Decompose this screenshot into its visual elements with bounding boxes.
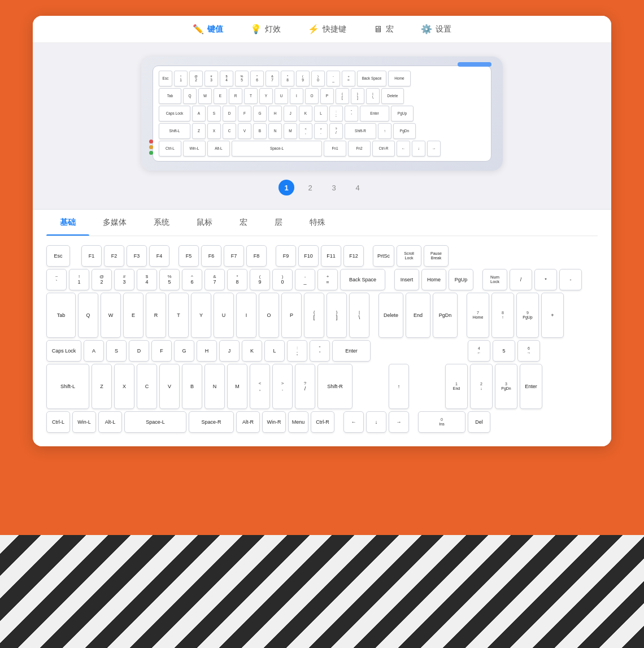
key-delete[interactable]: Delete: [378, 293, 403, 338]
key-menu[interactable]: Menu: [288, 411, 308, 433]
page-3[interactable]: 3: [326, 180, 342, 195]
key-apostrophe[interactable]: "': [310, 340, 330, 362]
key-right[interactable]: →: [389, 411, 409, 433]
key-up[interactable]: ↑: [389, 364, 409, 409]
mini-key-q[interactable]: Q: [183, 88, 197, 104]
key-shiftl[interactable]: Shift-L: [46, 364, 89, 409]
mini-key-shiftl[interactable]: Shift-L: [159, 123, 190, 139]
mini-key-ctrll[interactable]: Ctrl-L: [159, 141, 181, 156]
mini-key-y[interactable]: Y: [259, 88, 273, 104]
mini-key-9[interactable]: (9: [296, 71, 310, 86]
key-left[interactable]: ←: [343, 411, 364, 433]
key-shiftr[interactable]: Shift-R: [317, 364, 353, 409]
mini-key-f[interactable]: F: [238, 106, 251, 121]
mini-key-l[interactable]: L: [314, 106, 328, 121]
key-f[interactable]: F: [151, 340, 172, 362]
key-g[interactable]: G: [174, 340, 194, 362]
key-comma[interactable]: <,: [250, 364, 270, 409]
key-o[interactable]: O: [259, 293, 279, 338]
key-f2[interactable]: F2: [104, 245, 124, 267]
mini-key-lbracket[interactable]: {[: [336, 88, 349, 104]
mini-key-3[interactable]: #3: [204, 71, 218, 86]
mini-key-m[interactable]: M: [284, 123, 297, 139]
key-5[interactable]: %5: [159, 269, 180, 290]
key-d[interactable]: D: [129, 340, 149, 362]
key-pgup[interactable]: PgUp: [449, 269, 473, 290]
mini-key-z[interactable]: Z: [192, 123, 206, 139]
key-numdot[interactable]: Del: [468, 411, 490, 433]
mini-key-5[interactable]: %5: [235, 71, 249, 86]
mini-key-up[interactable]: ↑: [378, 123, 391, 139]
key-num1[interactable]: 1End: [445, 364, 468, 409]
key-fwdslash[interactable]: ?/: [295, 364, 315, 409]
key-num8[interactable]: 8↑: [491, 293, 514, 338]
mini-key-4[interactable]: $4: [220, 71, 233, 86]
mini-key-o[interactable]: O: [305, 88, 319, 104]
mini-key-s[interactable]: S: [207, 106, 221, 121]
mini-key-delete[interactable]: Delete: [381, 88, 404, 104]
key-backspace[interactable]: Back Space: [340, 269, 385, 290]
key-numadd[interactable]: +: [541, 293, 564, 338]
mini-key-winl[interactable]: Win-L: [183, 141, 206, 156]
key-numsub[interactable]: -: [559, 269, 582, 290]
mini-key-n[interactable]: N: [268, 123, 282, 139]
key-num9[interactable]: 9PgUp: [516, 293, 539, 338]
key-r[interactable]: R: [146, 293, 166, 338]
mini-key-semicolon[interactable]: :;: [329, 106, 343, 121]
key-backtick[interactable]: ~`: [46, 269, 67, 290]
mini-key-v[interactable]: V: [238, 123, 251, 139]
key-f1[interactable]: F1: [81, 245, 102, 267]
key-t[interactable]: T: [168, 293, 189, 338]
mini-key-k[interactable]: K: [299, 106, 312, 121]
key-n[interactable]: N: [204, 364, 225, 409]
key-period[interactable]: >.: [272, 364, 293, 409]
cat-tab-mouse[interactable]: 鼠标: [183, 210, 226, 236]
page-1[interactable]: 1: [279, 180, 294, 195]
mini-key-shiftr[interactable]: Shift-R: [345, 123, 376, 139]
key-scrolllock[interactable]: ScrollLock: [397, 245, 421, 267]
mini-key-altl[interactable]: Alt-L: [207, 141, 230, 156]
mini-key-x[interactable]: X: [207, 123, 221, 139]
mini-key-minus[interactable]: -_: [327, 71, 340, 86]
key-end[interactable]: End: [406, 293, 430, 338]
key-num7[interactable]: 7Home: [467, 293, 489, 338]
key-num0[interactable]: 0Ins: [418, 411, 465, 433]
key-b[interactable]: B: [182, 364, 202, 409]
key-pausebreak[interactable]: PauseBreak: [424, 245, 449, 267]
key-f8[interactable]: F8: [246, 245, 267, 267]
key-pgdn[interactable]: PgDn: [433, 293, 458, 338]
mini-key-b[interactable]: B: [253, 123, 267, 139]
mini-key-down[interactable]: ↓: [412, 141, 425, 156]
mini-key-8[interactable]: *8: [281, 71, 294, 86]
key-winr[interactable]: Win-R: [262, 411, 286, 433]
mini-key-home[interactable]: Home: [388, 71, 411, 86]
key-lbracket[interactable]: {[: [304, 293, 324, 338]
key-altl[interactable]: Alt-L: [98, 411, 122, 433]
key-semicolon[interactable]: :;: [287, 340, 307, 362]
mini-key-u[interactable]: U: [275, 88, 288, 104]
key-num5[interactable]: 5: [493, 340, 515, 362]
key-c[interactable]: C: [137, 364, 157, 409]
key-numenter[interactable]: Enter: [520, 364, 542, 409]
key-altr[interactable]: Alt-R: [236, 411, 260, 433]
key-4[interactable]: $4: [137, 269, 157, 290]
key-esc[interactable]: Esc: [46, 245, 70, 267]
cat-tab-media[interactable]: 多媒体: [89, 210, 140, 236]
key-8[interactable]: *8: [227, 269, 247, 290]
cat-tab-layer[interactable]: 层: [261, 210, 296, 236]
key-u[interactable]: U: [214, 293, 234, 338]
key-enter[interactable]: Enter: [332, 340, 371, 362]
key-s[interactable]: S: [106, 340, 127, 362]
mini-key-e[interactable]: E: [214, 88, 227, 104]
mini-key-left[interactable]: ←: [397, 141, 410, 156]
mini-key-g[interactable]: G: [253, 106, 267, 121]
key-w[interactable]: W: [101, 293, 121, 338]
mini-key-c[interactable]: C: [223, 123, 236, 139]
mini-key-slash[interactable]: ?/: [329, 123, 343, 139]
key-h[interactable]: H: [197, 340, 217, 362]
mini-key-w[interactable]: W: [198, 88, 212, 104]
key-y[interactable]: Y: [191, 293, 211, 338]
cat-tab-basic[interactable]: 基础: [46, 210, 89, 236]
key-z[interactable]: Z: [92, 364, 112, 409]
key-num2[interactable]: 2↓: [470, 364, 493, 409]
